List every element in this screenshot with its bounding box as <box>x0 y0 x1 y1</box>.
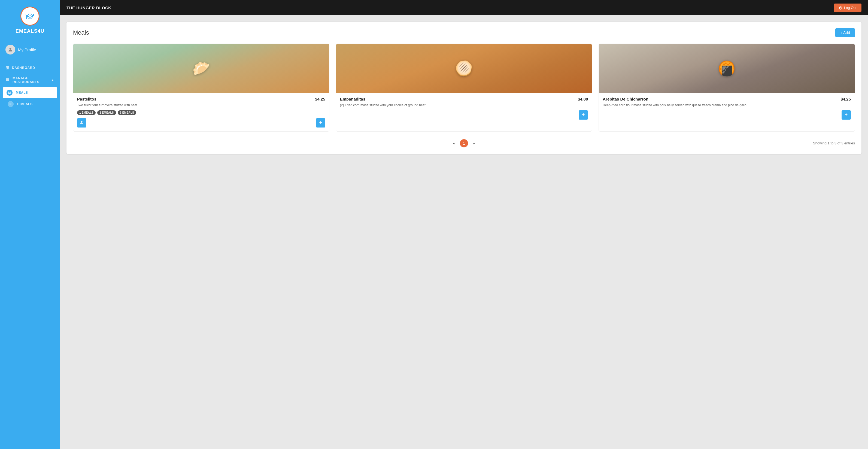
pagination-next[interactable]: » <box>470 139 478 147</box>
sidebar-item-dashboard[interactable]: ⊞ DASHBOARD <box>0 62 60 73</box>
avatar <box>5 45 15 55</box>
pagination: « 1 » Showing 1 to 3 of 3 entries <box>73 139 855 147</box>
meal-name-row-1: Pastelitos $4.25 <box>77 97 325 101</box>
meal-actions-3: + <box>602 110 851 120</box>
chevron-up-icon: ▲ <box>51 78 55 82</box>
pagination-page-1[interactable]: 1 <box>460 139 468 147</box>
sidebar: 🍽 EMEALS4U My Profile ⊞ DASHBOARD MANAGE… <box>0 0 60 449</box>
meal-tag-1-3: 3 EMEALS <box>118 110 136 115</box>
svg-point-0 <box>9 48 11 50</box>
sidebar-item-e-meals[interactable]: E E-MEALS <box>0 99 60 110</box>
add-to-meal-button-1[interactable]: + <box>316 118 325 127</box>
meal-body-2: Empanaditas $4.00 (2) Fried corn masa st… <box>336 93 592 123</box>
header-title: THE HUNGER BLOCK <box>66 5 112 10</box>
meal-body-1: Pastelitos $4.25 Two filled flour turnov… <box>73 93 329 131</box>
manage-restaurants-icon <box>5 78 10 83</box>
meal-desc-3: Deep-fried corn flour masa stuffed with … <box>602 103 851 108</box>
profile-label: My Profile <box>18 48 36 52</box>
logout-icon: ⏻ <box>839 6 842 10</box>
svg-rect-4 <box>81 123 83 124</box>
meal-image-2: 🫓 <box>336 44 592 93</box>
meals-panel: Meals + Add 🥟 Pastelitos $4.25 Two fille… <box>66 22 862 154</box>
meal-name-row-2: Empanaditas $4.00 <box>340 97 588 101</box>
chef-hat-icon: 🍽 <box>26 11 34 21</box>
meal-price-2: $4.00 <box>578 97 588 101</box>
plus-icon-1: + <box>319 120 322 126</box>
logout-label: Log Out <box>844 6 857 10</box>
meal-card-1: 🥟 Pastelitos $4.25 Two filled flour turn… <box>73 43 330 131</box>
meal-name-1: Pastelitos <box>77 97 96 101</box>
add-to-meal-button-2[interactable]: + <box>579 110 588 120</box>
add-to-meal-button-3[interactable]: + <box>842 110 851 120</box>
meal-actions-2: + <box>340 110 588 120</box>
svg-rect-3 <box>6 80 9 81</box>
meal-tags-1: 1 EMEALS 2 EMEALS 3 EMEALS <box>77 110 325 115</box>
add-meal-button[interactable]: + Add <box>835 28 855 37</box>
sidebar-item-meals-label: MEALS <box>16 91 28 94</box>
sidebar-item-manage-restaurants[interactable]: MANAGE RESTAURANTS ▲ <box>0 73 60 87</box>
meal-price-1: $4.25 <box>315 97 325 101</box>
sidebar-nav: ⊞ DASHBOARD MANAGE RESTAURANTS ▲ M MEALS… <box>0 62 60 110</box>
meal-tag-1-1: 1 EMEALS <box>77 110 96 115</box>
plus-icon-2: + <box>582 112 585 118</box>
meal-actions-1: + <box>77 118 325 127</box>
pagination-prev[interactable]: « <box>450 139 458 147</box>
meal-name-2: Empanaditas <box>340 97 365 101</box>
meals-title: Meals <box>73 29 89 36</box>
sidebar-divider-1 <box>6 38 54 38</box>
meal-card-2: 🫓 Empanaditas $4.00 (2) Fried corn masa … <box>336 43 592 131</box>
meal-desc-2: (2) Fried corn masa stuffed with your ch… <box>340 103 588 108</box>
upload-icon <box>80 120 84 126</box>
meal-card-3: 🍘 Arepitas De Chicharron $4.25 Deep-frie… <box>598 43 855 131</box>
svg-rect-1 <box>6 78 9 79</box>
e-meals-letter-badge: E <box>8 101 13 107</box>
meal-image-3: 🍘 <box>599 44 855 93</box>
dashboard-icon: ⊞ <box>5 65 9 70</box>
meal-name-row-3: Arepitas De Chicharron $4.25 <box>602 97 851 101</box>
sidebar-item-meals[interactable]: M MEALS <box>3 87 57 98</box>
meal-body-3: Arepitas De Chicharron $4.25 Deep-fried … <box>599 93 855 123</box>
my-profile-nav[interactable]: My Profile <box>0 42 60 57</box>
meals-grid: 🥟 Pastelitos $4.25 Two filled flour turn… <box>73 43 855 131</box>
svg-rect-2 <box>6 79 9 80</box>
add-meal-label: + Add <box>840 31 850 35</box>
sidebar-item-dashboard-label: DASHBOARD <box>12 66 35 70</box>
brand-logo: 🍽 <box>21 6 39 26</box>
sidebar-item-e-meals-label: E-MEALS <box>17 102 33 106</box>
meals-letter-badge: M <box>6 90 12 96</box>
brand-name: EMEALS4U <box>16 28 44 34</box>
header: THE HUNGER BLOCK ⏻ Log Out <box>60 0 868 15</box>
plus-icon-3: + <box>845 112 848 118</box>
pagination-info: Showing 1 to 3 of 3 entries <box>813 141 855 145</box>
meal-price-3: $4.25 <box>840 97 851 101</box>
upload-button-1[interactable] <box>77 118 86 127</box>
meal-desc-1: Two filled flour turnovers stuffed with … <box>77 103 325 108</box>
logout-button[interactable]: ⏻ Log Out <box>834 4 862 12</box>
sidebar-item-manage-restaurants-label: MANAGE RESTAURANTS <box>12 76 48 84</box>
meal-image-1: 🥟 <box>73 44 329 93</box>
meals-header: Meals + Add <box>73 28 855 37</box>
meal-tag-1-2: 2 EMEALS <box>97 110 116 115</box>
meal-name-3: Arepitas De Chicharron <box>602 97 648 101</box>
main-content: Meals + Add 🥟 Pastelitos $4.25 Two fille… <box>60 15 868 449</box>
